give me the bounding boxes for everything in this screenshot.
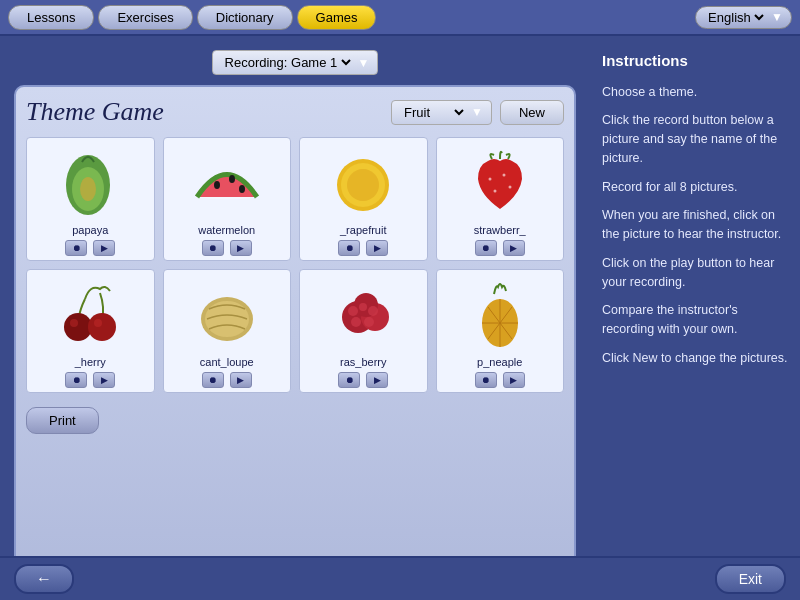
theme-dropdown[interactable]: Fruit Animals (400, 104, 467, 121)
recording-selector[interactable]: Recording: Game 1 Recording: Game 2 ▼ (212, 50, 379, 75)
fruit-label-cantaloupe: cant_loupe (200, 356, 254, 368)
recording-bar: Recording: Game 1 Recording: Game 2 ▼ (14, 50, 576, 75)
fruit-image-grapefruit[interactable] (318, 142, 408, 222)
svg-point-11 (508, 186, 511, 189)
chevron-down-icon: ▼ (358, 56, 370, 70)
print-button[interactable]: Print (26, 407, 99, 434)
exit-button[interactable]: Exit (715, 564, 786, 594)
game-header: Theme Game Fruit Animals ▼ New (26, 97, 564, 127)
fruit-image-cantaloupe[interactable] (182, 274, 272, 354)
svg-point-13 (64, 313, 92, 341)
fruit-image-raspberry[interactable] (318, 274, 408, 354)
svg-point-15 (70, 319, 78, 327)
fruit-controls-grapefruit: ⏺ ▶ (338, 240, 388, 256)
play-button-pineapple[interactable]: ▶ (503, 372, 525, 388)
record-button-raspberry[interactable]: ⏺ (338, 372, 360, 388)
svg-point-24 (368, 306, 378, 316)
play-button-grapefruit[interactable]: ▶ (366, 240, 388, 256)
fruit-cell-grapefruit: _rapefruit ⏺ ▶ (299, 137, 428, 261)
chevron-down-icon: ▼ (471, 105, 483, 119)
fruit-cell-cantaloupe: cant_loupe ⏺ ▶ (163, 269, 292, 393)
fruit-label-grapefruit: _rapefruit (340, 224, 386, 236)
svg-point-18 (205, 301, 249, 337)
play-button-cherry[interactable]: ▶ (93, 372, 115, 388)
record-button-papaya[interactable]: ⏺ (65, 240, 87, 256)
fruit-controls-watermelon: ⏺ ▶ (202, 240, 252, 256)
record-button-strawberry[interactable]: ⏺ (475, 240, 497, 256)
svg-point-16 (94, 319, 102, 327)
left-panel: Recording: Game 1 Recording: Game 2 ▼ Th… (0, 36, 590, 596)
fruit-label-strawberry: strawberr_ (474, 224, 526, 236)
instruction-step-2: Click the record button below a picture … (602, 111, 788, 167)
play-button-strawberry[interactable]: ▶ (503, 240, 525, 256)
svg-point-14 (88, 313, 116, 341)
right-panel: Instructions Choose a theme. Click the r… (590, 36, 800, 596)
fruit-label-pineapple: p_neaple (477, 356, 522, 368)
fruit-controls-raspberry: ⏺ ▶ (338, 372, 388, 388)
fruit-label-raspberry: ras_berry (340, 356, 386, 368)
play-button-watermelon[interactable]: ▶ (230, 240, 252, 256)
fruit-image-watermelon[interactable] (182, 142, 272, 222)
top-nav: Lessons Exercises Dictionary Games Engli… (0, 0, 800, 36)
theme-game-title: Theme Game (26, 97, 383, 127)
theme-selector[interactable]: Fruit Animals ▼ (391, 100, 492, 125)
svg-point-4 (229, 175, 235, 183)
fruit-controls-strawberry: ⏺ ▶ (475, 240, 525, 256)
fruit-cell-strawberry: strawberr_ ⏺ ▶ (436, 137, 565, 261)
main-content: Recording: Game 1 Recording: Game 2 ▼ Th… (0, 36, 800, 596)
record-button-cherry[interactable]: ⏺ (65, 372, 87, 388)
record-button-pineapple[interactable]: ⏺ (475, 372, 497, 388)
play-button-raspberry[interactable]: ▶ (366, 372, 388, 388)
play-button-cantaloupe[interactable]: ▶ (230, 372, 252, 388)
print-bar: Print (26, 403, 564, 434)
fruit-controls-cherry: ⏺ ▶ (65, 372, 115, 388)
instruction-step-1: Choose a theme. (602, 83, 788, 102)
svg-point-9 (488, 178, 491, 181)
game-box: Theme Game Fruit Animals ▼ New (14, 85, 576, 582)
fruit-cell-raspberry: ras_berry ⏺ ▶ (299, 269, 428, 393)
instruction-step-3: Record for all 8 pictures. (602, 178, 788, 197)
back-button[interactable]: ← (14, 564, 74, 594)
svg-point-26 (364, 317, 374, 327)
fruit-image-papaya[interactable] (45, 142, 135, 222)
nav-tab-lessons[interactable]: Lessons (8, 5, 94, 30)
svg-point-23 (359, 303, 367, 311)
nav-tab-exercises[interactable]: Exercises (98, 5, 192, 30)
fruit-cell-watermelon: watermelon ⏺ ▶ (163, 137, 292, 261)
svg-point-3 (214, 181, 220, 189)
svg-point-25 (351, 317, 361, 327)
record-button-watermelon[interactable]: ⏺ (202, 240, 224, 256)
instruction-step-7: Click New to change the pictures. (602, 349, 788, 368)
svg-point-5 (239, 185, 245, 193)
chevron-down-icon: ▼ (771, 10, 783, 24)
svg-point-10 (502, 174, 505, 177)
record-button-grapefruit[interactable]: ⏺ (338, 240, 360, 256)
instructions-title: Instructions (602, 50, 788, 73)
instruction-step-4: When you are finished, click on the pict… (602, 206, 788, 244)
fruit-label-papaya: papaya (72, 224, 108, 236)
recording-dropdown[interactable]: Recording: Game 1 Recording: Game 2 (221, 54, 354, 71)
fruit-label-cherry: _herry (75, 356, 106, 368)
instruction-step-5: Click on the play button to hear your re… (602, 254, 788, 292)
fruit-cell-papaya: papaya ⏺ ▶ (26, 137, 155, 261)
instruction-step-6: Compare the instructor's recording with … (602, 301, 788, 339)
fruit-grid: papaya ⏺ ▶ (26, 137, 564, 393)
new-button[interactable]: New (500, 100, 564, 125)
fruit-controls-papaya: ⏺ ▶ (65, 240, 115, 256)
nav-tab-dictionary[interactable]: Dictionary (197, 5, 293, 30)
play-button-papaya[interactable]: ▶ (93, 240, 115, 256)
fruit-label-watermelon: watermelon (198, 224, 255, 236)
fruit-image-pineapple[interactable] (455, 274, 545, 354)
fruit-controls-pineapple: ⏺ ▶ (475, 372, 525, 388)
language-dropdown[interactable]: English (704, 9, 767, 26)
svg-point-2 (80, 177, 96, 201)
svg-point-12 (493, 190, 496, 193)
svg-point-22 (348, 306, 358, 316)
fruit-image-cherry[interactable] (45, 274, 135, 354)
nav-tab-games[interactable]: Games (297, 5, 377, 30)
fruit-cell-pineapple: p_neaple ⏺ ▶ (436, 269, 565, 393)
fruit-image-strawberry[interactable] (455, 142, 545, 222)
language-selector[interactable]: English ▼ (695, 6, 792, 29)
fruit-controls-cantaloupe: ⏺ ▶ (202, 372, 252, 388)
record-button-cantaloupe[interactable]: ⏺ (202, 372, 224, 388)
